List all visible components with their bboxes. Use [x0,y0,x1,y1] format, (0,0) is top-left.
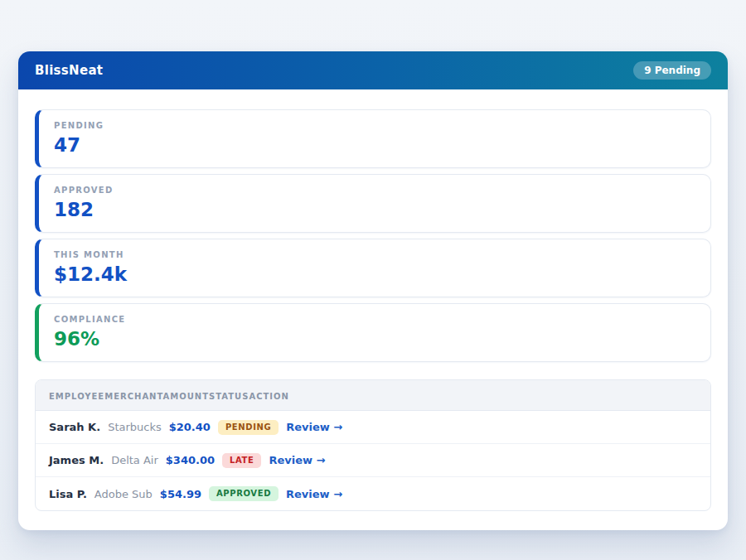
stat-value: 96% [54,328,695,350]
stat-card-compliance: COMPLIANCE 96% [35,303,711,362]
table-row: Lisa P. Adobe Sub $54.99 APPROVED Review… [36,477,710,510]
amount-value: $340.00 [166,454,215,466]
merchant-name: Starbucks [108,421,162,433]
stat-value: 47 [54,134,695,156]
pending-count-badge: 9 Pending [633,61,711,80]
employee-name: Sarah K. [49,421,100,433]
column-header-amount: AMOUNT [163,392,210,401]
stat-label: APPROVED [54,186,695,195]
table-header-row: EMPLOYEEMERCHANTAMOUNTSTATUSACTION [36,380,710,411]
stat-label: COMPLIANCE [54,315,695,324]
table-row: James M. Delta Air $340.00 LATE Review → [36,444,710,477]
stat-card-pending: PENDING 47 [35,109,711,168]
app-title: BlissNeat [35,63,103,78]
status-badge: LATE [222,453,261,468]
status-badge: APPROVED [209,486,279,501]
amount-value: $54.99 [160,488,201,500]
review-link[interactable]: Review → [286,488,342,500]
column-header-merchant: MERCHANT [104,392,162,401]
merchant-name: Delta Air [111,454,158,466]
review-link[interactable]: Review → [286,421,342,433]
column-header-action: ACTION [249,392,289,401]
app-header: BlissNeat 9 Pending [18,51,728,89]
panel-body: PENDING 47 APPROVED 182 THIS MONTH $12.4… [18,89,728,530]
stat-card-this-month: THIS MONTH $12.4k [35,239,711,297]
transactions-table: EMPLOYEEMERCHANTAMOUNTSTATUSACTION Sarah… [35,379,711,511]
stat-label: PENDING [54,121,695,130]
column-header-status: STATUS [209,392,249,401]
employee-name: Lisa P. [49,488,87,500]
stat-value: $12.4k [54,263,695,285]
stat-value: 182 [54,199,695,220]
amount-value: $20.40 [169,421,211,433]
column-header-employee: EMPLOYEE [49,392,104,401]
expense-dashboard-panel: BlissNeat 9 Pending PENDING 47 APPROVED … [18,51,728,530]
stat-label: THIS MONTH [54,250,695,259]
table-row: Sarah K. Starbucks $20.40 PENDING Review… [36,411,710,444]
status-badge: PENDING [218,420,279,435]
review-link[interactable]: Review → [269,454,325,466]
stat-card-approved: APPROVED 182 [35,174,711,233]
merchant-name: Adobe Sub [94,488,153,500]
employee-name: James M. [49,454,104,466]
